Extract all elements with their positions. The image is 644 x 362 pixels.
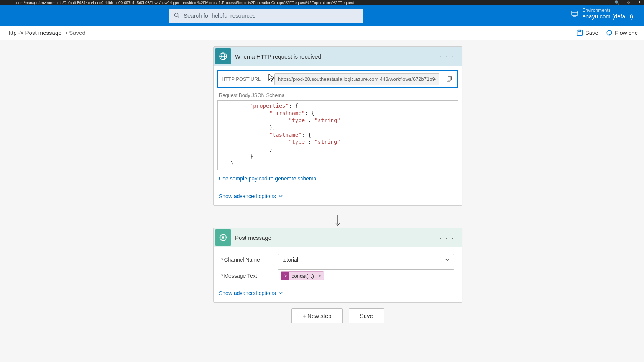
environment-picker[interactable]: Environments enayu.com (default) (571, 8, 633, 20)
sample-payload-link[interactable]: Use sample payload to generate schema (219, 175, 316, 182)
svg-point-0 (174, 13, 178, 16)
trigger-card: When a HTTP request is received · · · HT… (213, 46, 462, 206)
trigger-title: When a HTTP request is received (235, 53, 438, 60)
bottom-actions: + New step Save (213, 308, 462, 323)
http-icon (215, 48, 231, 64)
chevron-down-icon (278, 291, 283, 295)
flow-toolbar: Http -> Post message • Saved Save Flow c… (0, 26, 644, 40)
save-button[interactable]: Save (577, 29, 598, 36)
channel-name-label: *Channel Name (221, 257, 274, 263)
trigger-header[interactable]: When a HTTP request is received · · · (214, 47, 462, 66)
svg-point-7 (607, 30, 612, 35)
expression-pill[interactable]: fx concat(...) × (281, 271, 324, 280)
chevron-down-icon (278, 194, 283, 198)
save-status: Saved (69, 29, 85, 36)
pill-remove-button[interactable]: × (316, 273, 324, 279)
browser-address-bar: .com/manage/environments/Default-59374ca… (0, 0, 644, 5)
connector-arrow[interactable] (213, 213, 462, 229)
trigger-advanced-toggle[interactable]: Show advanced options (219, 193, 283, 199)
designer-canvas[interactable]: When a HTTP request is received · · · HT… (0, 40, 644, 362)
schema-label: Request Body JSON Schema (219, 92, 458, 98)
new-step-button[interactable]: + New step (291, 308, 342, 323)
environment-name: enayu.com (default) (582, 13, 633, 20)
svg-point-19 (226, 237, 227, 238)
action-card: Post message · · · *Channel Name tutoria… (213, 228, 462, 303)
action-title: Post message (235, 234, 438, 241)
action-advanced-toggle[interactable]: Show advanced options (219, 290, 283, 296)
svg-rect-6 (578, 30, 580, 32)
browser-url: .com/manage/environments/Default-59374ca… (15, 1, 354, 5)
global-search[interactable] (169, 9, 363, 23)
trigger-menu-button[interactable]: · · · (438, 52, 456, 61)
svg-point-15 (222, 236, 224, 239)
fx-icon: fx (281, 272, 289, 280)
channel-name-select[interactable]: tutorial (278, 254, 454, 265)
menu-icon[interactable]: ⋮ (637, 0, 642, 5)
search-icon (174, 13, 180, 18)
search-input[interactable] (184, 12, 358, 19)
copy-icon (446, 76, 452, 82)
star-icon[interactable]: ☆ (627, 0, 631, 5)
chevron-down-icon (445, 257, 450, 262)
save-icon (577, 29, 583, 36)
message-text-label: *Message Text (221, 273, 274, 279)
environment-icon (571, 10, 578, 18)
save-flow-button[interactable]: Save (349, 308, 384, 323)
message-text-input[interactable]: fx concat(...) × (278, 269, 454, 282)
action-header[interactable]: Post message · · · (214, 228, 462, 247)
breadcrumb: Http -> Post message (6, 29, 62, 36)
environment-label: Environments (582, 8, 633, 13)
svg-point-16 (223, 234, 224, 235)
checker-icon (606, 29, 613, 36)
flow-checker-button[interactable]: Flow che (606, 29, 638, 36)
copy-url-button[interactable] (444, 74, 454, 84)
svg-line-1 (178, 16, 179, 18)
post-url-input[interactable] (274, 73, 439, 85)
zoom-icon[interactable]: 🔍 (614, 0, 620, 5)
post-url-label: HTTP POST URL (222, 76, 270, 82)
svg-point-17 (223, 240, 224, 241)
teams-icon (215, 229, 231, 246)
svg-point-18 (220, 237, 221, 238)
http-post-url-row: HTTP POST URL (217, 70, 458, 88)
action-menu-button[interactable]: · · · (438, 233, 456, 242)
svg-rect-2 (572, 11, 578, 15)
schema-editor[interactable]: "properties": { "firstname": { "type": "… (217, 100, 458, 170)
app-header: Environments enayu.com (default) (0, 5, 644, 26)
